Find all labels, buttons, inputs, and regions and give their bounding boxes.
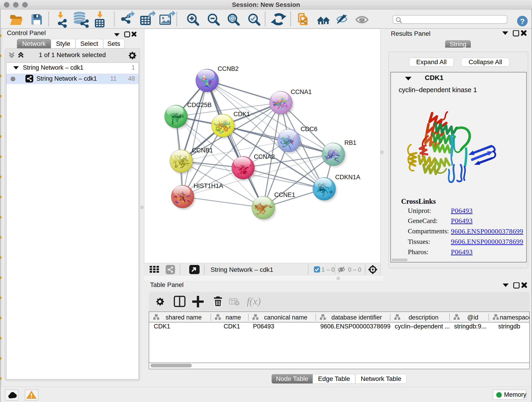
- svg-text:description: description: [409, 314, 438, 321]
- svg-text:CCNA2: CCNA2: [254, 153, 275, 160]
- svg-text:RB1: RB1: [344, 139, 356, 146]
- svg-text:CCNA1: CCNA1: [291, 89, 312, 95]
- svg-text:shared name: shared name: [166, 314, 202, 321]
- svg-text:@id: @id: [467, 314, 478, 321]
- svg-text:1 – 0: 1 – 0: [322, 266, 335, 273]
- svg-text:CCNB2: CCNB2: [218, 65, 239, 72]
- svg-text:namespace: namespace: [500, 314, 529, 321]
- svg-text:CDC25B: CDC25B: [187, 102, 212, 108]
- svg-text:CCNB1: CCNB1: [192, 147, 213, 154]
- svg-text:CDC6: CDC6: [301, 126, 317, 133]
- svg-text:f(x): f(x): [247, 296, 261, 307]
- svg-text:name: name: [225, 314, 241, 321]
- svg-text:0 – 0: 0 – 0: [348, 266, 361, 273]
- svg-text:CCNE1: CCNE1: [274, 191, 295, 198]
- svg-text:HIST1H1A: HIST1H1A: [194, 182, 223, 189]
- svg-text:database identifier: database identifier: [331, 314, 382, 321]
- svg-text:String Network – cdk1: String Network – cdk1: [210, 266, 273, 273]
- svg-text:canonical name: canonical name: [264, 314, 307, 321]
- svg-text:CDKN1A: CDKN1A: [335, 174, 360, 181]
- svg-text:CDK1: CDK1: [234, 111, 250, 118]
